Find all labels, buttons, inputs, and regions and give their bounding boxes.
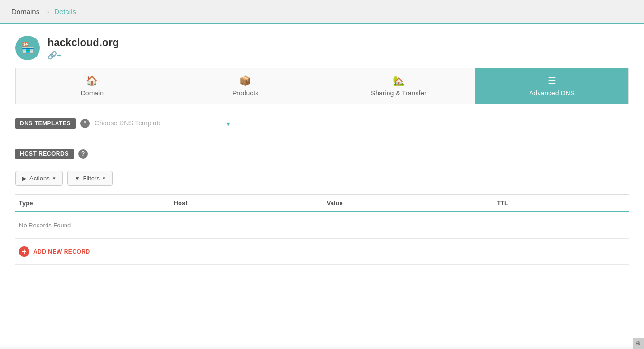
- col-host: Host: [170, 195, 323, 212]
- advanced-dns-icon: ☰: [548, 75, 556, 86]
- host-records-section: HOST RECORDS ? ▶ Actions ▾ ▼ Filters ▾ T…: [15, 149, 629, 265]
- host-records-header: HOST RECORDS ?: [15, 149, 629, 165]
- avatar: 🏪: [15, 36, 40, 60]
- add-record-label[interactable]: ADD NEW RECORD: [33, 248, 90, 255]
- avatar-icon: 🏪: [21, 42, 34, 54]
- col-type: Type: [15, 195, 170, 212]
- filters-arrow-icon: ▾: [103, 175, 105, 181]
- no-records-message: No Records Found: [15, 212, 629, 239]
- breadcrumb: Domains → Details: [0, 0, 644, 24]
- col-ttl: TTL: [493, 195, 629, 212]
- host-records-label: HOST RECORDS: [15, 149, 74, 159]
- no-records-row: No Records Found: [15, 212, 629, 239]
- actions-bar: ▶ Actions ▾ ▼ Filters ▾: [15, 171, 629, 186]
- tab-domain-label: Domain: [81, 89, 104, 97]
- dns-template-dropdown[interactable]: Choose DNS Template Template 1 Template …: [95, 117, 232, 129]
- scroll-hint[interactable]: ⊕: [633, 338, 644, 347]
- tab-advanced-dns[interactable]: ☰ Advanced DNS: [475, 68, 628, 104]
- play-icon: ▶: [22, 175, 27, 182]
- add-icon[interactable]: +: [19, 246, 29, 257]
- tab-domain[interactable]: 🏠 Domain: [16, 68, 169, 104]
- host-records-help-icon[interactable]: ?: [78, 149, 88, 159]
- tab-sharing-label: Sharing & Transfer: [371, 89, 426, 97]
- dns-templates-help-icon[interactable]: ?: [80, 119, 90, 128]
- breadcrumb-arrow: →: [43, 8, 50, 16]
- breadcrumb-domains[interactable]: Domains: [11, 8, 39, 16]
- dns-template-select[interactable]: Choose DNS Template Template 1 Template …: [95, 117, 232, 129]
- home-icon: 🏠: [86, 75, 98, 86]
- sharing-icon: 🏡: [393, 75, 405, 86]
- filters-button[interactable]: ▼ Filters ▾: [67, 171, 113, 186]
- domain-title-area: hackcloud.org 🔗+: [47, 37, 119, 60]
- tab-advanced-dns-label: Advanced DNS: [529, 89, 575, 97]
- domain-header: 🏪 hackcloud.org 🔗+: [15, 36, 629, 60]
- products-icon: 📦: [239, 75, 251, 86]
- tab-products[interactable]: 📦 Products: [169, 68, 322, 104]
- breadcrumb-details[interactable]: Details: [54, 8, 76, 16]
- dns-templates-section: DNS TEMPLATES ? Choose DNS Template Temp…: [15, 117, 629, 135]
- filter-icon: ▼: [75, 175, 80, 182]
- domain-name: hackcloud.org: [47, 37, 119, 49]
- table-header-row: Type Host Value TTL: [15, 195, 629, 212]
- actions-button-label: Actions: [29, 175, 50, 182]
- filters-button-label: Filters: [83, 175, 100, 182]
- domain-link-icon[interactable]: 🔗+: [47, 51, 119, 60]
- actions-arrow-icon: ▾: [53, 175, 56, 181]
- records-table: Type Host Value TTL No Records Found: [15, 194, 629, 239]
- add-record-row[interactable]: + ADD NEW RECORD: [15, 239, 629, 265]
- tabs-container: 🏠 Domain 📦 Products 🏡 Sharing & Transfer…: [15, 68, 629, 104]
- main-content: 🏪 hackcloud.org 🔗+ 🏠 Domain 📦 Products 🏡…: [0, 24, 644, 347]
- col-value: Value: [323, 195, 493, 212]
- actions-button[interactable]: ▶ Actions ▾: [15, 171, 63, 186]
- dns-templates-label: DNS TEMPLATES: [15, 118, 76, 129]
- tab-products-label: Products: [232, 89, 258, 97]
- tab-sharing[interactable]: 🏡 Sharing & Transfer: [322, 68, 476, 104]
